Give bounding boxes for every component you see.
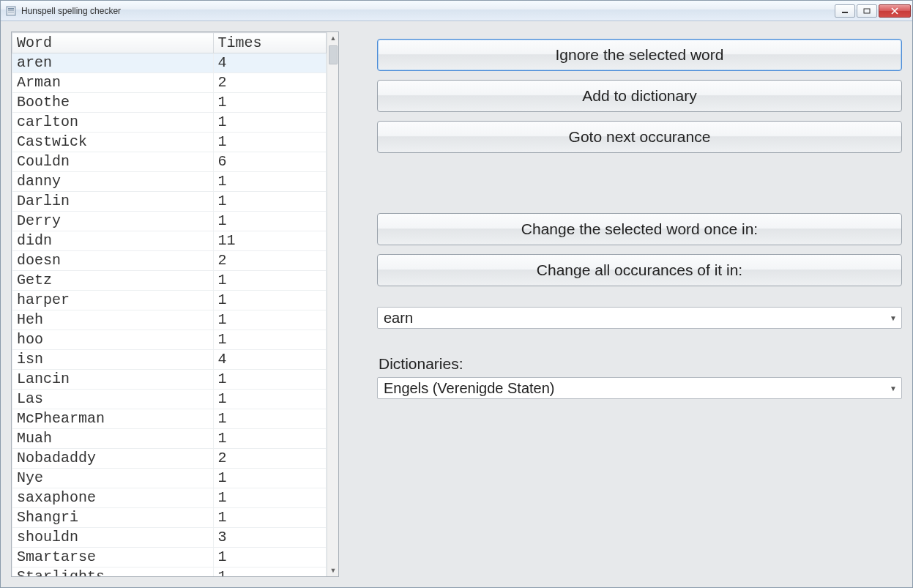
times-cell: 1 [213, 330, 326, 350]
times-cell: 1 [213, 192, 326, 212]
actions-panel: Ignore the selected word Add to dictiona… [377, 31, 902, 577]
column-header-word[interactable]: Word [12, 33, 214, 53]
word-cell: doesn [12, 251, 214, 271]
window-controls [833, 4, 911, 18]
word-cell: didn [12, 231, 214, 251]
change-all-button[interactable]: Change all occurances of it in: [377, 254, 902, 286]
times-cell: 1 [213, 508, 326, 528]
word-cell: Derry [12, 212, 214, 231]
times-cell: 1 [213, 93, 326, 113]
table-row[interactable]: hoo1 [12, 330, 327, 350]
scroll-down-icon[interactable]: ▼ [327, 565, 339, 576]
word-cell: Heh [12, 310, 214, 330]
table-row[interactable]: McPhearman1 [12, 409, 327, 429]
svg-rect-1 [8, 8, 14, 10]
times-cell: 1 [213, 310, 326, 330]
times-cell: 4 [213, 350, 326, 370]
table-row[interactable]: Derry1 [12, 212, 327, 231]
table-row[interactable]: Couldn6 [12, 152, 327, 172]
close-button[interactable] [879, 4, 911, 18]
table-row[interactable]: Heh1 [12, 310, 327, 330]
times-cell: 1 [213, 409, 326, 429]
word-cell: Arman [12, 73, 214, 93]
table-row[interactable]: Starlights1 [12, 567, 327, 577]
table-row[interactable]: Darlin1 [12, 192, 327, 212]
svg-rect-2 [8, 10, 14, 11]
table-row[interactable]: Getz1 [12, 271, 327, 291]
table-row[interactable]: isn4 [12, 350, 327, 370]
table-row[interactable]: Nobadaddy2 [12, 449, 327, 469]
titlebar: Hunspell spelling checker [1, 1, 912, 21]
maximize-button[interactable] [857, 4, 877, 18]
times-cell: 1 [213, 488, 326, 508]
table-row[interactable]: didn11 [12, 231, 327, 251]
table-row[interactable]: Las1 [12, 390, 327, 409]
word-cell: Nye [12, 469, 214, 488]
word-cell: Shangri [12, 508, 214, 528]
word-cell: Getz [12, 271, 214, 291]
table-row[interactable]: Muah1 [12, 429, 327, 449]
word-cell: Starlights [12, 567, 214, 577]
times-cell: 1 [213, 429, 326, 449]
times-cell: 1 [213, 390, 326, 409]
table-row[interactable]: shouldn3 [12, 528, 327, 548]
word-cell: Muah [12, 429, 214, 449]
change-once-button[interactable]: Change the selected word once in: [377, 213, 902, 245]
table-row[interactable]: doesn2 [12, 251, 327, 271]
scroll-thumb[interactable] [329, 45, 338, 64]
table-row[interactable]: Boothe1 [12, 93, 327, 113]
word-cell: Las [12, 390, 214, 409]
word-cell: Boothe [12, 93, 214, 113]
times-cell: 1 [213, 291, 326, 310]
chevron-down-icon: ▼ [890, 314, 897, 322]
times-cell: 1 [213, 271, 326, 291]
word-cell: saxaphone [12, 488, 214, 508]
table-row[interactable]: Castwick1 [12, 133, 327, 152]
word-table[interactable]: Word Times aren4Arman2Boothe1carlton1Cas… [12, 32, 327, 576]
dictionaries-label: Dictionaries: [379, 355, 902, 373]
table-row[interactable]: Smartarse1 [12, 548, 327, 567]
table-row[interactable]: aren4 [12, 53, 327, 73]
times-cell: 4 [213, 53, 326, 73]
table-row[interactable]: Shangri1 [12, 508, 327, 528]
dictionary-value: Engels (Verenigde Staten) [384, 380, 890, 397]
client-area: Word Times aren4Arman2Boothe1carlton1Cas… [1, 21, 912, 587]
word-cell: aren [12, 53, 214, 73]
vertical-scrollbar[interactable]: ▲ ▼ [327, 32, 338, 576]
times-cell: 1 [213, 567, 326, 577]
word-cell: Smartarse [12, 548, 214, 567]
times-cell: 1 [213, 548, 326, 567]
table-row[interactable]: saxaphone1 [12, 488, 327, 508]
dictionary-combobox[interactable]: Engels (Verenigde Staten) ▼ [377, 377, 902, 399]
times-cell: 1 [213, 133, 326, 152]
word-cell: Couldn [12, 152, 214, 172]
app-icon [5, 5, 17, 17]
suggestion-value: earn [384, 310, 890, 327]
times-cell: 1 [213, 370, 326, 390]
ignore-button[interactable]: Ignore the selected word [377, 39, 902, 71]
minimize-button[interactable] [835, 4, 855, 18]
word-cell: McPhearman [12, 409, 214, 429]
times-cell: 2 [213, 73, 326, 93]
table-row[interactable]: harper1 [12, 291, 327, 310]
times-cell: 2 [213, 449, 326, 469]
times-cell: 6 [213, 152, 326, 172]
goto-next-button[interactable]: Goto next occurance [377, 121, 902, 153]
table-row[interactable]: Lancin1 [12, 370, 327, 390]
table-row[interactable]: Arman2 [12, 73, 327, 93]
times-cell: 2 [213, 251, 326, 271]
times-cell: 1 [213, 212, 326, 231]
suggestion-combobox[interactable]: earn ▼ [377, 307, 902, 329]
word-cell: Nobadaddy [12, 449, 214, 469]
word-cell: carlton [12, 113, 214, 133]
word-cell: harper [12, 291, 214, 310]
table-row[interactable]: carlton1 [12, 113, 327, 133]
table-row[interactable]: Nye1 [12, 469, 327, 488]
times-cell: 1 [213, 113, 326, 133]
scroll-up-icon[interactable]: ▲ [327, 32, 339, 44]
table-row[interactable]: danny1 [12, 172, 327, 192]
add-to-dictionary-button[interactable]: Add to dictionary [377, 80, 902, 112]
column-header-times[interactable]: Times [213, 33, 326, 53]
word-cell: Darlin [12, 192, 214, 212]
times-cell: 1 [213, 469, 326, 488]
